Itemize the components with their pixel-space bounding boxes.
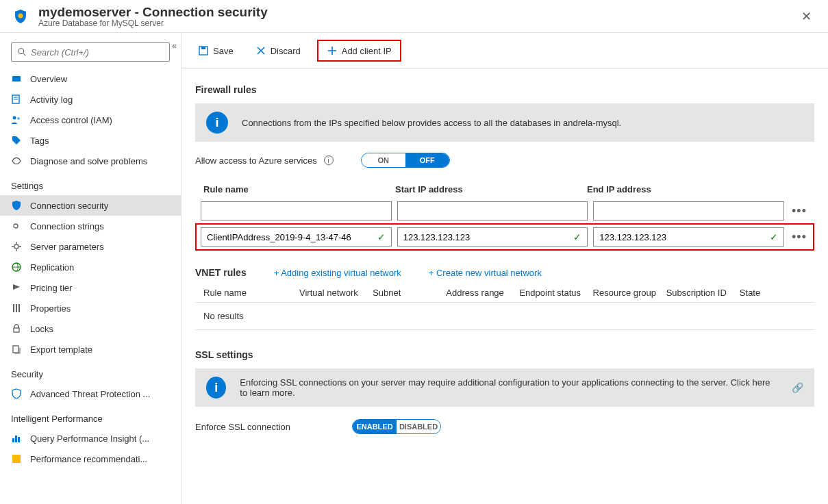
add-client-ip-button[interactable]: Add client IP [317, 40, 401, 62]
sidebar-section-security: Security [0, 360, 181, 383]
sidebar-item-locks[interactable]: Locks [0, 318, 181, 339]
discard-label: Discard [271, 46, 301, 56]
svg-rect-15 [13, 346, 18, 353]
shield-icon [11, 7, 30, 26]
svg-rect-18 [18, 437, 20, 442]
nav-label: Performance recommendati... [30, 454, 147, 464]
collapse-sidebar-icon[interactable]: « [172, 41, 177, 51]
toggle-enabled: ENABLED [353, 420, 397, 433]
close-button[interactable]: ✕ [796, 6, 817, 27]
sidebar-item-pricing-tier[interactable]: Pricing tier [0, 277, 181, 298]
sidebar-item-properties[interactable]: Properties [0, 298, 181, 318]
page-header: mydemoserver - Connection security Azure… [0, 0, 828, 33]
discard-button[interactable]: Discard [250, 42, 306, 59]
firewall-row-client-ip: ✓ ✓ ✓ ••• [195, 223, 814, 251]
svg-rect-17 [15, 436, 17, 442]
save-button[interactable]: Save [192, 42, 239, 59]
lock-icon [11, 323, 22, 334]
save-icon [198, 45, 209, 56]
search-icon [17, 47, 27, 57]
nav-label: Access control (IAM) [30, 115, 112, 125]
nav-label: Activity log [30, 94, 73, 105]
sidebar-item-atp[interactable]: Advanced Threat Protection ... [0, 383, 181, 404]
nav-label: Advanced Threat Protection ... [30, 389, 150, 399]
firewall-columns: Rule name Start IP address End IP addres… [195, 180, 814, 199]
svg-rect-16 [12, 438, 14, 442]
sidebar-item-tags[interactable]: Tags [0, 130, 181, 151]
page-subtitle: Azure Database for MySQL server [38, 18, 268, 28]
shield-small-icon [11, 200, 22, 211]
info-icon: i [206, 377, 226, 399]
page-title: mydemoserver - Connection security [38, 5, 268, 20]
sidebar-item-replication[interactable]: Replication [0, 257, 181, 277]
sidebar-item-activity-log[interactable]: Activity log [0, 89, 181, 110]
sidebar-item-connection-strings[interactable]: Connection strings [0, 216, 181, 236]
svg-line-2 [23, 53, 26, 56]
save-label: Save [213, 46, 234, 56]
nav-label: Tags [30, 136, 49, 146]
toggle-off: OFF [405, 153, 449, 167]
create-new-vnet-link[interactable]: + Create new virtual network [429, 268, 542, 278]
svg-rect-13 [18, 304, 20, 312]
rule-name-input[interactable] [201, 201, 392, 220]
people-icon [11, 114, 22, 125]
sidebar-section-perf: Intelligent Performance [0, 404, 181, 428]
plus-icon [327, 45, 338, 56]
row-menu-button[interactable]: ••• [790, 230, 809, 244]
check-icon: ✓ [377, 231, 386, 242]
svg-point-9 [14, 244, 18, 249]
nav-label: Query Performance Insight (... [30, 433, 149, 444]
vnet-no-results: No results [195, 303, 814, 330]
rule-name-input[interactable]: ✓ [201, 227, 392, 247]
nav-label: Replication [30, 262, 74, 273]
end-ip-input[interactable] [593, 201, 784, 220]
allow-azure-toggle[interactable]: ON OFF [361, 153, 450, 168]
sidebar-item-export-template[interactable]: Export template [0, 339, 181, 360]
main-content: Save Discard Add client IP Firewall rule… [181, 33, 828, 504]
sidebar-item-connection-security[interactable]: Connection security [0, 195, 181, 216]
ssl-info-text: Enforcing SSL connections on your server… [240, 377, 778, 398]
nav-label: Overview [30, 74, 67, 84]
allow-azure-label: Allow access to Azure services [195, 155, 317, 166]
chart-icon [11, 433, 22, 444]
end-ip-input[interactable]: ✓ [593, 227, 784, 247]
add-existing-vnet-link[interactable]: + Adding existing virtual network [274, 268, 401, 278]
check-icon: ✓ [573, 231, 581, 242]
sidebar-item-access-control[interactable]: Access control (IAM) [0, 110, 181, 130]
svg-point-1 [18, 49, 24, 54]
row-menu-button[interactable]: ••• [790, 204, 809, 218]
start-ip-input[interactable] [397, 201, 588, 220]
enforce-ssl-toggle[interactable]: ENABLED DISABLED [352, 419, 441, 434]
nav-label: Properties [30, 303, 71, 314]
col-start-ip: Start IP address [395, 184, 587, 194]
svg-point-8 [17, 117, 20, 120]
nav-label: Connection security [30, 201, 108, 211]
external-link-icon[interactable]: 🔗 [792, 382, 803, 393]
sidebar-item-perf-rec[interactable]: Performance recommendati... [0, 449, 181, 469]
toggle-on: ON [362, 153, 405, 167]
overview-icon [11, 73, 22, 84]
search-input[interactable] [31, 47, 164, 58]
sidebar-item-query-perf[interactable]: Query Performance Insight (... [0, 428, 181, 449]
firewall-info-bar: i Connections from the IPs specified bel… [195, 103, 814, 142]
sidebar-item-diagnose[interactable]: Diagnose and solve problems [0, 151, 181, 171]
svg-rect-19 [12, 455, 21, 463]
svg-point-0 [18, 13, 23, 18]
info-icon: i [206, 112, 228, 134]
add-client-ip-label: Add client IP [342, 46, 392, 56]
check-icon: ✓ [770, 231, 778, 242]
svg-point-7 [13, 116, 16, 120]
toolbar: Save Discard Add client IP [181, 33, 828, 69]
search-input-wrapper[interactable] [11, 42, 170, 62]
svg-rect-12 [16, 304, 17, 312]
col-rule-name: Rule name [203, 184, 395, 194]
sidebar-item-server-parameters[interactable]: Server parameters [0, 236, 181, 257]
help-icon[interactable]: i [324, 155, 334, 165]
sidebar-item-overview[interactable]: Overview [0, 68, 181, 89]
sidebar: « Overview Activity log Access control (… [0, 33, 181, 504]
start-ip-input[interactable]: ✓ [397, 227, 588, 247]
svg-rect-3 [12, 76, 21, 81]
enforce-ssl-label: Enforce SSL connection [195, 422, 290, 432]
col-end-ip: End IP address [587, 184, 779, 194]
nav-label: Connection strings [30, 221, 104, 231]
